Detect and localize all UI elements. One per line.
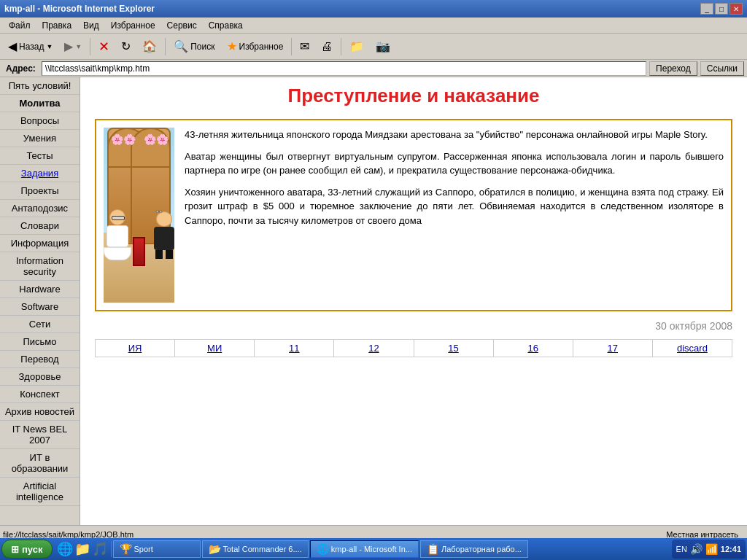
forward-icon: ▶ [64,39,73,53]
sidebar-item-13[interactable]: Сети [0,316,80,333]
sidebar-item-12[interactable]: Software [0,298,80,316]
address-input[interactable] [42,61,646,76]
sidebar-item-14[interactable]: Письмо [0,333,80,351]
sidebar-item-19[interactable]: IT News BEL 2007 [0,421,80,449]
status-zone: Местная интрасеть [666,530,744,539]
maximize-button[interactable]: □ [715,3,728,15]
media-icon: 📷 [376,39,390,53]
nav-link-4[interactable]: 15 [414,340,494,357]
sidebar-item-3[interactable]: Умения [0,130,80,147]
window-controls[interactable]: _ □ ✕ [700,3,743,15]
sidebar-item-5[interactable]: Задания [0,165,80,182]
nav-link-2[interactable]: 11 [255,340,334,357]
search-icon: 🔍 [174,39,188,53]
home-button[interactable]: 🏠 [137,36,162,58]
sidebar-item-9[interactable]: Информация [0,235,80,252]
nav-link-3[interactable]: 12 [334,340,414,357]
sidebar-item-17[interactable]: Конспект [0,386,80,403]
search-button[interactable]: 🔍 Поиск [169,36,220,58]
favorites-button[interactable]: ★ Избранное [222,36,289,58]
print-icon: 🖨 [321,40,333,53]
taskbar: ⊞ пуск 🌐 📁 🎵 🏆 Sport 📂 Total Commander 6… [0,538,747,542]
menu-tools[interactable]: Сервис [161,19,203,32]
start-button[interactable]: ⊞ пуск [1,540,53,542]
search-label: Поиск [190,42,214,52]
folder-button[interactable]: 📁 [344,36,369,58]
menu-file[interactable]: Файл [3,19,36,32]
separator-2 [165,38,166,55]
separator-1 [90,38,90,55]
nav-link-0[interactable]: ИЯ [96,340,175,357]
separator-3 [291,38,292,55]
article-image: 🌸🌸 🌸🌸 [104,128,174,303]
favorites-label: Избранное [239,42,284,52]
mail-button[interactable]: ✉ [295,36,314,58]
sidebar-item-21[interactable]: Artificial intelligence [0,478,80,506]
paragraph-2: Аватар женщины был отвергнут виртуальным… [185,149,724,178]
nav-link-7[interactable]: discard [653,340,732,357]
media-button[interactable]: 📷 [371,36,395,58]
forward-dropdown-icon[interactable]: ▼ [75,43,82,50]
address-bar: Адрес: Переход Ссылки [0,60,747,77]
sidebar-item-6[interactable]: Проекты [0,182,80,200]
sidebar-item-10[interactable]: Information security [0,252,80,281]
menu-edit[interactable]: Правка [36,19,78,32]
main-layout: Пять условий! Молитва Вопросы Умения Тес… [0,77,747,525]
explorer-icon[interactable]: 📁 [74,541,90,542]
print-button[interactable]: 🖨 [316,36,338,58]
back-dropdown-icon[interactable]: ▼ [46,43,53,50]
content-area: Преступление и наказание 🌸🌸 [80,77,747,525]
paragraph-1: 43-летняя жительница японского города Ми… [185,128,724,142]
status-url: file://ltcclass/sait/kmp/kmp2/JOB.htm [3,530,666,539]
sidebar-item-1[interactable]: Молитва [0,95,80,112]
window-title-bar: kmp-all - Microsoft Internet Explorer _ … [0,0,747,18]
nav-link-5[interactable]: 16 [494,340,573,357]
sidebar-item-0[interactable]: Пять условий! [0,77,80,95]
sidebar-item-7[interactable]: Антаподозис [0,200,80,217]
address-label: Адрес: [3,63,39,74]
ie-icon[interactable]: 🌐 [57,541,73,542]
taskbar-item-0[interactable]: 🏆 Sport [113,540,201,542]
back-icon: ◀ [8,39,17,53]
taskbar-item-1[interactable]: 📂 Total Commander 6.... [202,540,309,542]
sidebar: Пять условий! Молитва Вопросы Умения Тес… [0,77,80,525]
stop-icon: ✕ [98,39,109,55]
menu-view[interactable]: Вид [77,19,105,32]
forward-button[interactable]: ▶ ▼ [59,36,87,58]
go-button[interactable]: Переход [649,61,697,76]
menu-favorites[interactable]: Избранное [105,19,161,32]
nav-link-1[interactable]: МИ [175,340,255,357]
system-tray: EN 🔊 📶 12:41 [672,540,746,542]
sidebar-item-18[interactable]: Архив новостей [0,403,80,421]
sidebar-item-2[interactable]: Вопросы [0,112,80,130]
minimize-button[interactable]: _ [700,3,713,15]
toolbar: ◀ Назад ▼ ▶ ▼ ✕ ↻ 🏠 🔍 Поиск ★ Избранное … [0,34,747,60]
nav-link-6[interactable]: 17 [573,340,653,357]
links-button[interactable]: Ссылки [700,61,744,76]
taskbar-item-3[interactable]: 📋 Лабораторная рабо... [420,540,528,542]
sidebar-item-11[interactable]: Hardware [0,281,80,298]
menu-help[interactable]: Справка [203,19,249,32]
home-icon: 🏠 [142,39,157,53]
back-button[interactable]: ◀ Назад ▼ [3,36,58,58]
sidebar-item-8[interactable]: Словари [0,217,80,235]
stop-button[interactable]: ✕ [93,36,115,58]
taskbar-item-2[interactable]: 🌐 kmp-all - Microsoft In... [310,540,419,542]
refresh-button[interactable]: ↻ [116,36,136,58]
refresh-icon: ↻ [121,39,131,53]
sidebar-item-15[interactable]: Перевод [0,351,80,368]
close-button[interactable]: ✕ [729,3,743,15]
media-player-icon[interactable]: 🎵 [92,541,108,542]
sidebar-item-20[interactable]: ИТ в образовании [0,449,80,478]
sidebar-item-16[interactable]: Здоровье [0,368,80,386]
mail-icon: ✉ [300,39,309,53]
sidebar-item-4[interactable]: Тесты [0,147,80,165]
page-title: Преступление и наказание [95,85,732,107]
article-text: 43-летняя жительница японского города Ми… [185,128,724,303]
article-box: 🌸🌸 🌸🌸 [95,119,732,311]
menu-bar: Файл Правка Вид Избранное Сервис Справка [0,18,747,34]
nav-links: ИЯ МИ 11 12 15 16 17 discard [95,339,732,357]
window-title: kmp-all - Microsoft Internet Explorer [4,4,155,14]
article-date: 30 октября 2008 [95,320,732,332]
star-icon: ★ [227,39,237,53]
